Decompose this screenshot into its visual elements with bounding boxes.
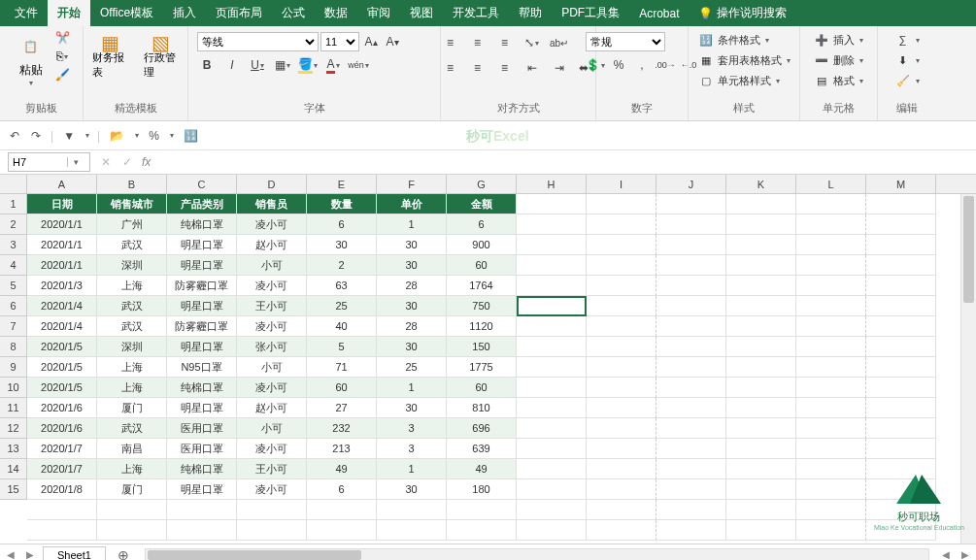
- cell[interactable]: 180: [447, 479, 517, 500]
- cell[interactable]: 凌小可: [237, 214, 307, 235]
- cell[interactable]: 上海: [97, 357, 167, 378]
- cell[interactable]: [517, 357, 587, 378]
- cell[interactable]: 凌小可: [237, 439, 307, 459]
- cell[interactable]: 232: [307, 418, 377, 439]
- cell[interactable]: 30: [377, 479, 447, 500]
- cell[interactable]: 2020/1/4: [27, 296, 97, 316]
- cell[interactable]: [656, 459, 726, 479]
- cell[interactable]: [656, 479, 726, 500]
- cut-button[interactable]: ✂️: [53, 29, 72, 47]
- name-box-dropdown[interactable]: ▾: [67, 157, 84, 167]
- column-header[interactable]: L: [796, 175, 866, 193]
- row-header[interactable]: 7: [0, 316, 26, 337]
- cell[interactable]: 213: [307, 439, 377, 459]
- cell[interactable]: [726, 194, 796, 214]
- cell[interactable]: [866, 296, 936, 316]
- cell[interactable]: 明星口罩: [167, 337, 237, 357]
- cell[interactable]: 销售员: [237, 194, 307, 214]
- cell[interactable]: 63: [307, 276, 377, 296]
- hscroll-thumb[interactable]: [148, 550, 361, 560]
- delete-cells-button[interactable]: ➖删除▾: [812, 51, 865, 69]
- italic-button[interactable]: I: [222, 55, 242, 75]
- percent-format-button[interactable]: %: [147, 127, 161, 145]
- fx-icon[interactable]: fx: [138, 155, 154, 169]
- cell[interactable]: [517, 439, 587, 459]
- wrap-text-button[interactable]: ab↵: [550, 33, 569, 52]
- cell[interactable]: 40: [307, 316, 377, 337]
- cell[interactable]: 2020/1/8: [27, 479, 97, 500]
- cell[interactable]: [517, 398, 587, 418]
- cell[interactable]: 上海: [97, 276, 167, 296]
- cell[interactable]: [866, 439, 936, 459]
- align-top-button[interactable]: ≡: [441, 33, 460, 52]
- cell[interactable]: [307, 520, 377, 541]
- scrollbar-thumb[interactable]: [963, 196, 974, 303]
- cell[interactable]: [726, 520, 796, 541]
- tab-review[interactable]: 审阅: [357, 0, 400, 26]
- row-header[interactable]: 11: [0, 398, 26, 418]
- tab-home[interactable]: 开始: [48, 0, 90, 26]
- cell[interactable]: [517, 194, 587, 214]
- align-bottom-button[interactable]: ≡: [495, 33, 515, 52]
- number-format-select[interactable]: 常规: [586, 32, 665, 51]
- cell[interactable]: [167, 520, 237, 541]
- bold-button[interactable]: B: [197, 55, 217, 75]
- cell[interactable]: [796, 479, 866, 500]
- cell[interactable]: [517, 459, 587, 479]
- cell[interactable]: 6: [307, 479, 377, 500]
- cell[interactable]: [796, 439, 866, 459]
- cell[interactable]: [587, 479, 656, 500]
- cell[interactable]: [97, 500, 167, 520]
- cell[interactable]: [726, 337, 796, 357]
- comma-format-button[interactable]: 🔢: [182, 127, 200, 145]
- cell[interactable]: 1: [377, 459, 447, 479]
- cell[interactable]: 张小可: [237, 337, 307, 357]
- redo-button[interactable]: ↷: [29, 127, 43, 145]
- cell[interactable]: 深圳: [97, 337, 167, 357]
- tab-formulas[interactable]: 公式: [272, 0, 315, 26]
- cell[interactable]: 5: [307, 337, 377, 357]
- row-header[interactable]: 5: [0, 276, 26, 296]
- cell[interactable]: 28: [377, 316, 447, 337]
- row-header[interactable]: 8: [0, 337, 26, 357]
- cell[interactable]: 639: [447, 439, 517, 459]
- column-header[interactable]: F: [377, 175, 447, 193]
- insert-cells-button[interactable]: ➕插入▾: [812, 31, 865, 49]
- cell[interactable]: [587, 235, 656, 255]
- cell[interactable]: 30: [377, 398, 447, 418]
- cell[interactable]: [587, 520, 656, 541]
- cell[interactable]: 27: [307, 398, 377, 418]
- cell[interactable]: 60: [447, 378, 517, 398]
- cell[interactable]: [587, 255, 656, 276]
- cell[interactable]: 2020/1/1: [27, 255, 97, 276]
- cell[interactable]: [587, 194, 656, 214]
- cell[interactable]: [377, 500, 447, 520]
- align-left-button[interactable]: ≡: [441, 58, 460, 78]
- horizontal-scrollbar[interactable]: [145, 548, 929, 561]
- cell[interactable]: [517, 296, 587, 316]
- cell[interactable]: [517, 479, 587, 500]
- column-header[interactable]: E: [307, 175, 377, 193]
- paste-button[interactable]: 📋 粘贴▾: [12, 29, 50, 89]
- cell[interactable]: [866, 214, 936, 235]
- cell[interactable]: 凌小可: [237, 378, 307, 398]
- increase-indent-button[interactable]: ⇥: [550, 58, 569, 78]
- cell[interactable]: 纯棉口罩: [167, 378, 237, 398]
- cell[interactable]: [656, 276, 726, 296]
- format-cells-button[interactable]: ▤格式▾: [812, 72, 865, 89]
- accept-formula-button[interactable]: ✓: [117, 155, 138, 169]
- cell[interactable]: [307, 500, 377, 520]
- cell[interactable]: 明星口罩: [167, 255, 237, 276]
- cell[interactable]: 赵小可: [237, 398, 307, 418]
- tab-pdf-tools[interactable]: PDF工具集: [552, 0, 629, 26]
- filter-button[interactable]: ▼: [61, 127, 77, 145]
- cell[interactable]: [796, 337, 866, 357]
- cell[interactable]: [796, 194, 866, 214]
- cell[interactable]: [656, 194, 726, 214]
- cell[interactable]: 60: [307, 378, 377, 398]
- cell[interactable]: [796, 276, 866, 296]
- cell[interactable]: [517, 378, 587, 398]
- open-folder-button[interactable]: 📂: [108, 127, 126, 145]
- row-header[interactable]: 6: [0, 296, 26, 316]
- cell[interactable]: [517, 337, 587, 357]
